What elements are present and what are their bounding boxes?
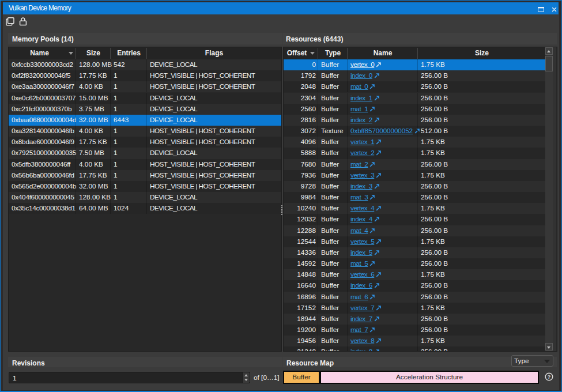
svg-text:?: ? (548, 374, 551, 380)
